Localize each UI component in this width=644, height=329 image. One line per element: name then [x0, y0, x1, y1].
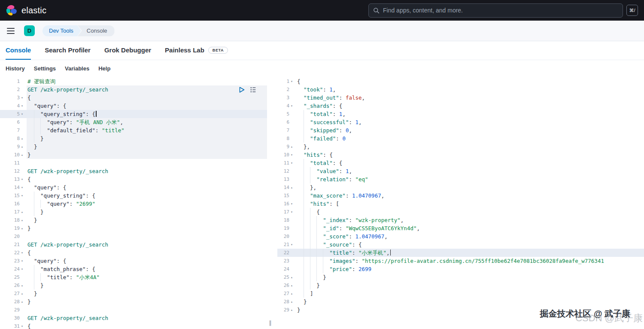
- fold-toggle-icon[interactable]: ▾: [291, 241, 296, 249]
- code-line[interactable]: 23▾"query": {: [0, 257, 267, 265]
- code-line[interactable]: 30GET /wzk-property/_search: [0, 314, 267, 322]
- tab-grok-debugger[interactable]: Grok Debugger: [104, 41, 151, 60]
- fold-toggle-icon[interactable]: ▴: [291, 281, 296, 289]
- code-line[interactable]: 7"skipped": 0,: [277, 126, 644, 134]
- elastic-home-link[interactable]: elastic: [6, 5, 46, 16]
- fold-toggle-icon[interactable]: ▴: [21, 298, 27, 306]
- code-line[interactable]: 17▾{: [277, 208, 644, 216]
- fold-toggle-icon[interactable]: ▾: [291, 208, 296, 216]
- tab-console[interactable]: Console: [6, 41, 31, 60]
- fold-toggle-icon[interactable]: ▾: [21, 110, 27, 118]
- fold-toggle-icon[interactable]: ▴: [21, 281, 27, 289]
- code-line[interactable]: 4▾"_shards": {: [277, 102, 644, 110]
- code-line[interactable]: 24▾"match_phrase": {: [0, 265, 267, 273]
- global-search-input[interactable]: Find apps, content, and more.: [368, 3, 623, 18]
- fold-toggle-icon[interactable]: ▾: [21, 94, 27, 102]
- request-editor[interactable]: 1# 逻辑查询2GET /wzk-property/_search3▾{4▾"q…: [0, 76, 267, 329]
- send-request-button[interactable]: [239, 87, 245, 93]
- fold-toggle-icon[interactable]: ▾: [291, 77, 296, 85]
- code-line[interactable]: 1▾{: [277, 77, 644, 85]
- code-line[interactable]: 1# 逻辑查询: [0, 77, 267, 85]
- panel-resizer[interactable]: ∥: [267, 76, 277, 329]
- code-line[interactable]: 17▴}: [0, 208, 267, 216]
- code-line[interactable]: 31▾{: [0, 322, 267, 329]
- fold-toggle-icon[interactable]: ▾: [291, 159, 296, 167]
- code-line[interactable]: 19"_id": "WqwCS5EByoATC6YkYn4d",: [277, 224, 644, 232]
- code-line[interactable]: 13"relation": "eq": [277, 175, 644, 183]
- tab-painless-lab[interactable]: Painless Lab BETA: [165, 41, 228, 60]
- code-line[interactable]: 4▾"query": {: [0, 102, 267, 110]
- code-line[interactable]: 26▴}: [0, 281, 267, 289]
- fold-toggle-icon[interactable]: ▴: [291, 143, 296, 151]
- code-line[interactable]: 9▴}: [0, 143, 267, 151]
- code-line[interactable]: 3"timed_out": false,: [277, 94, 644, 102]
- code-line[interactable]: 27▴]: [277, 289, 644, 298]
- code-line[interactable]: 20: [0, 232, 267, 241]
- code-line[interactable]: 5▾"query_string": {: [0, 110, 267, 118]
- fold-toggle-icon[interactable]: ▴: [291, 183, 296, 192]
- fold-toggle-icon[interactable]: ▾: [21, 175, 27, 183]
- code-line[interactable]: 13▾{: [0, 175, 267, 183]
- code-line[interactable]: 11▾"total": {: [277, 159, 644, 167]
- menu-item-variables[interactable]: Variables: [65, 65, 89, 72]
- response-viewer[interactable]: 1▾{2"took": 1,3"timed_out": false,4▾"_sh…: [277, 76, 644, 329]
- nav-menu-button[interactable]: [7, 28, 15, 34]
- code-line[interactable]: 2"took": 1,: [277, 85, 644, 94]
- code-line[interactable]: 12"value": 1,: [277, 167, 644, 175]
- fold-toggle-icon[interactable]: ▾: [21, 265, 27, 273]
- breadcrumb-dev-tools[interactable]: Dev Tools: [43, 25, 81, 37]
- code-line[interactable]: 18▴}: [0, 216, 267, 224]
- code-line[interactable]: 12GET /wzk-property/_search: [0, 167, 267, 175]
- deployment-badge[interactable]: D: [24, 25, 35, 36]
- fold-toggle-icon[interactable]: ▴: [291, 273, 296, 281]
- code-line[interactable]: 16"query": "2699": [0, 200, 267, 208]
- fold-toggle-icon[interactable]: ▴: [291, 298, 296, 306]
- fold-toggle-icon[interactable]: ▴: [21, 216, 27, 224]
- code-line[interactable]: 25"title": "小米4A": [0, 273, 267, 281]
- fold-toggle-icon[interactable]: ▾: [291, 151, 296, 159]
- code-line[interactable]: 19▴}: [0, 224, 267, 232]
- fold-toggle-icon[interactable]: ▾: [21, 102, 27, 110]
- fold-toggle-icon[interactable]: ▾: [291, 102, 296, 110]
- fold-toggle-icon[interactable]: ▾: [21, 249, 27, 257]
- fold-toggle-icon[interactable]: ▾: [21, 183, 27, 192]
- fold-toggle-icon[interactable]: ▴: [21, 224, 27, 232]
- code-line[interactable]: 25▴}: [277, 273, 644, 281]
- code-line[interactable]: 28▴}: [0, 298, 267, 306]
- code-line[interactable]: 6"query": "手机 AND 小米",: [0, 118, 267, 126]
- code-line[interactable]: 10▴}: [0, 151, 267, 159]
- tab-search-profiler[interactable]: Search Profiler: [45, 41, 91, 60]
- code-line[interactable]: 9▴},: [277, 143, 644, 151]
- code-line[interactable]: 21GET /wzk-property/_search: [0, 241, 267, 249]
- code-line[interactable]: 20"_score": 1.0470967,: [277, 232, 644, 241]
- code-line[interactable]: 11: [0, 159, 267, 167]
- code-line[interactable]: 3▾{: [0, 94, 267, 102]
- fold-toggle-icon[interactable]: ▴: [21, 289, 27, 298]
- code-line[interactable]: 8"failed": 0: [277, 134, 644, 143]
- menu-item-history[interactable]: History: [6, 65, 25, 72]
- code-line[interactable]: 29: [0, 306, 267, 314]
- code-line[interactable]: 22▾{: [0, 249, 267, 257]
- code-line[interactable]: 6"successful": 1,: [277, 118, 644, 126]
- fold-toggle-icon[interactable]: ▴: [21, 208, 27, 216]
- fold-toggle-icon[interactable]: ▴: [291, 306, 296, 314]
- code-line[interactable]: 28▴}: [277, 298, 644, 306]
- menu-item-help[interactable]: Help: [98, 65, 110, 72]
- fold-toggle-icon[interactable]: ▾: [21, 322, 27, 329]
- code-line[interactable]: 8▴}: [0, 134, 267, 143]
- code-line[interactable]: 15▾"query_string": {: [0, 192, 267, 200]
- fold-toggle-icon[interactable]: ▴: [21, 134, 27, 143]
- code-line[interactable]: 10▾"hits": {: [277, 151, 644, 159]
- fold-toggle-icon[interactable]: ▾: [21, 257, 27, 265]
- code-line[interactable]: 16▾"hits": [: [277, 200, 644, 208]
- fold-toggle-icon[interactable]: ▾: [291, 200, 296, 208]
- fold-toggle-icon[interactable]: ▴: [21, 151, 27, 159]
- fold-toggle-icon[interactable]: ▴: [291, 289, 296, 298]
- code-line[interactable]: 14▴},: [277, 183, 644, 192]
- code-line[interactable]: 2GET /wzk-property/_search: [0, 85, 267, 94]
- code-line[interactable]: 14▾"query": {: [0, 183, 267, 192]
- code-line[interactable]: 15"max_score": 1.0470967,: [277, 192, 644, 200]
- code-line[interactable]: 7"default_field": "title": [0, 126, 267, 134]
- fold-toggle-icon[interactable]: ▾: [21, 192, 27, 200]
- menu-item-settings[interactable]: Settings: [34, 65, 56, 72]
